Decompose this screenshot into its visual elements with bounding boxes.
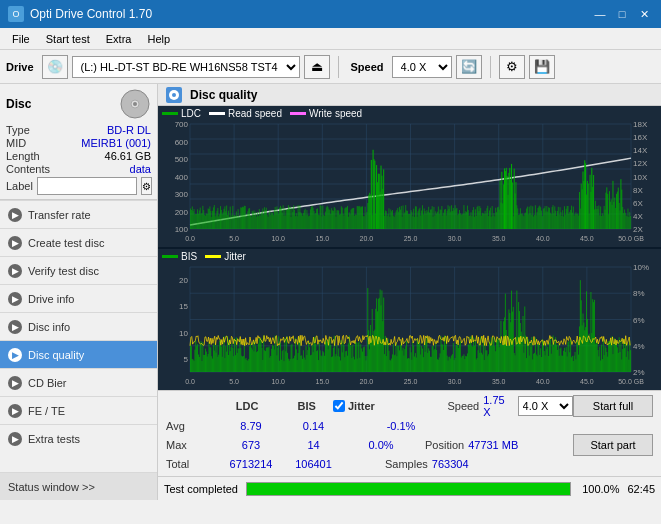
extra-tests-icon: ▶ <box>8 432 22 446</box>
status-window-label: Status window >> <box>8 481 95 493</box>
start-part-button[interactable]: Start part <box>573 434 653 456</box>
jitter-checkbox[interactable] <box>333 400 345 412</box>
stats-bar: LDC BIS Jitter Speed 1.75 X 4.0 X Start … <box>158 390 661 476</box>
svg-point-4 <box>172 93 176 97</box>
avg-ldc: 8.79 <box>216 420 286 432</box>
toolbar-separator2 <box>490 56 491 78</box>
sidebar-item-label: Disc info <box>28 321 70 333</box>
eject-button[interactable]: ⏏ <box>304 55 330 79</box>
menu-extra[interactable]: Extra <box>98 31 140 47</box>
stats-buttons: Start full <box>573 395 653 417</box>
speed-select-stats[interactable]: 4.0 X <box>518 396 573 416</box>
sidebar-item-create-test-disc[interactable]: ▶ Create test disc <box>0 228 157 256</box>
legend-read-speed: Read speed <box>209 108 282 119</box>
disc-label-row: Label ⚙ <box>6 177 151 195</box>
sidebar-item-transfer-rate[interactable]: ▶ Transfer rate <box>0 200 157 228</box>
max-bis: 14 <box>286 439 341 451</box>
speed-label: Speed <box>351 61 384 73</box>
sidebar-item-label: Verify test disc <box>28 265 99 277</box>
toolbar: Drive 💿 (L:) HL-DT-ST BD-RE WH16NS58 TST… <box>0 50 661 84</box>
legend-jitter: Jitter <box>205 251 246 262</box>
settings-button[interactable]: ⚙ <box>499 55 525 79</box>
chart1-legend: LDC Read speed Write speed <box>162 108 362 119</box>
sidebar-item-disc-quality[interactable]: ▶ Disc quality <box>0 340 157 368</box>
ldc-color <box>162 112 178 115</box>
refresh-button[interactable]: 🔄 <box>456 55 482 79</box>
sidebar: Disc Type BD-R DL MID MEIRB1 (001) Leng <box>0 84 158 500</box>
save-button[interactable]: 💾 <box>529 55 555 79</box>
speed-header: Speed <box>447 400 479 412</box>
disc-mid-row: MID MEIRB1 (001) <box>6 137 151 149</box>
disc-quality-header: Disc quality <box>158 84 661 106</box>
sidebar-item-label: FE / TE <box>28 405 65 417</box>
disc-title: Disc <box>6 97 31 111</box>
disc-graphic <box>119 88 151 120</box>
max-jitter: 0.0% <box>341 439 421 451</box>
progress-bar-outer <box>246 482 571 496</box>
max-ldc: 673 <box>216 439 286 451</box>
menu-start-test[interactable]: Start test <box>38 31 98 47</box>
sidebar-item-label: CD Bier <box>28 377 67 389</box>
close-button[interactable]: ✕ <box>635 5 653 23</box>
disc-quality-title: Disc quality <box>190 88 257 102</box>
progress-bar-inner <box>247 483 570 495</box>
samples-label: Samples <box>385 458 428 470</box>
content-area: Disc quality LDC Read speed <box>158 84 661 500</box>
status-window-button[interactable]: Status window >> <box>0 472 157 500</box>
sidebar-item-label: Drive info <box>28 293 74 305</box>
bis-color <box>162 255 178 258</box>
disc-contents-row: Contents data <box>6 163 151 175</box>
drive-info-icon: ▶ <box>8 292 22 306</box>
start-full-button[interactable]: Start full <box>573 395 653 417</box>
window-controls: — □ ✕ <box>591 5 653 23</box>
menu-help[interactable]: Help <box>139 31 178 47</box>
jitter-header-container: Jitter <box>333 400 447 412</box>
disc-label-button[interactable]: ⚙ <box>141 177 152 195</box>
chart2-legend: BIS Jitter <box>162 251 246 262</box>
disc-quality-icon: ▶ <box>8 348 22 362</box>
bis-canvas <box>158 249 661 390</box>
disc-info-icon: ▶ <box>8 320 22 334</box>
legend-bis: BIS <box>162 251 197 262</box>
main-area: Disc Type BD-R DL MID MEIRB1 (001) Leng <box>0 84 661 500</box>
toolbar-drive-icon[interactable]: 💿 <box>42 55 68 79</box>
sidebar-item-cd-bier[interactable]: ▶ CD Bier <box>0 368 157 396</box>
disc-panel: Disc Type BD-R DL MID MEIRB1 (001) Leng <box>0 84 157 200</box>
position-value: 47731 MB <box>468 439 518 451</box>
toolbar-separator <box>338 56 339 78</box>
progress-bar-container: Test completed 100.0% 62:45 <box>158 476 661 500</box>
progress-label: Test completed <box>164 483 238 495</box>
avg-bis: 0.14 <box>286 420 341 432</box>
minimize-button[interactable]: — <box>591 5 609 23</box>
sidebar-item-drive-info[interactable]: ▶ Drive info <box>0 284 157 312</box>
legend-read-speed-label: Read speed <box>228 108 282 119</box>
sidebar-item-extra-tests[interactable]: ▶ Extra tests <box>0 424 157 452</box>
jitter-color <box>205 255 221 258</box>
titlebar-left: O Opti Drive Control 1.70 <box>8 6 152 22</box>
sidebar-item-verify-test-disc[interactable]: ▶ Verify test disc <box>0 256 157 284</box>
create-test-disc-icon: ▶ <box>8 236 22 250</box>
legend-write-speed-label: Write speed <box>309 108 362 119</box>
app-icon: O <box>8 6 24 22</box>
drive-select[interactable]: (L:) HL-DT-ST BD-RE WH16NS58 TST4 <box>72 56 300 78</box>
disc-length-row: Length 46.61 GB <box>6 150 151 162</box>
maximize-button[interactable]: □ <box>613 5 631 23</box>
avg-jitter: -0.1% <box>341 420 461 432</box>
sidebar-item-label: Extra tests <box>28 433 80 445</box>
sidebar-item-fe-te[interactable]: ▶ FE / TE <box>0 396 157 424</box>
stats-header-row: LDC BIS Jitter Speed 1.75 X 4.0 X Start … <box>166 394 653 418</box>
cd-bier-icon: ▶ <box>8 376 22 390</box>
start-part-area: Start part <box>573 434 653 456</box>
legend-bis-label: BIS <box>181 251 197 262</box>
speed-select[interactable]: 4.0 X <box>392 56 452 78</box>
menu-file[interactable]: File <box>4 31 38 47</box>
sidebar-item-disc-info[interactable]: ▶ Disc info <box>0 312 157 340</box>
samples-value: 763304 <box>432 458 469 470</box>
speed-value: 1.75 X <box>483 394 513 418</box>
verify-test-disc-icon: ▶ <box>8 264 22 278</box>
disc-label-input[interactable] <box>37 177 137 195</box>
sidebar-item-label: Transfer rate <box>28 209 91 221</box>
progress-time: 62:45 <box>627 483 655 495</box>
disc-quality-header-icon <box>166 87 182 103</box>
sidebar-item-label: Create test disc <box>28 237 104 249</box>
